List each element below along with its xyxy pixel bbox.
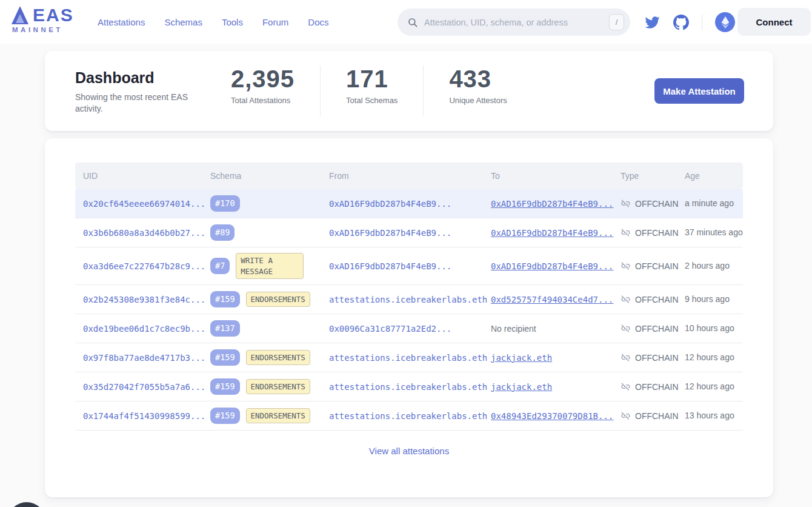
search-icon	[407, 17, 418, 28]
uid-link[interactable]: 0x97f8ba77ae8de4717b3...	[75, 353, 202, 363]
type-label: OFFCHAIN	[635, 411, 679, 421]
eas-logo[interactable]: EAS MAINNET	[11, 5, 84, 33]
schema-cell: #89	[202, 224, 321, 241]
type-cell: OFFCHAIN	[613, 261, 677, 271]
make-attestation-button[interactable]: Make Attestation	[654, 78, 744, 104]
offchain-broken-link-icon	[621, 381, 631, 392]
stat-label: Unique Attestors	[449, 96, 507, 105]
table-row: 0x3b6b680a8a3d46b0b27... #89 0xAD16F9dbD…	[75, 218, 743, 247]
to-link[interactable]: 0xAD16F9dbD287b4F4eB9...	[483, 199, 613, 209]
type-label: OFFCHAIN	[635, 261, 679, 271]
type-label: OFFCHAIN	[635, 295, 679, 304]
type-cell: OFFCHAIN	[613, 352, 677, 363]
uid-link[interactable]: 0xa3d6ee7c227647b28c9...	[75, 261, 202, 271]
attestations-table-card: UIDSchemaFromToTypeAge 0x20cf645eeee6697…	[45, 138, 773, 497]
type-label: OFFCHAIN	[635, 382, 679, 392]
age-cell: 10 hours ago	[677, 323, 744, 334]
stat-block: 433 Unique Attestors	[424, 65, 532, 105]
type-cell: OFFCHAIN	[613, 198, 677, 209]
age-cell: 12 hours ago	[677, 352, 744, 363]
from-link[interactable]: 0xAD16F9dbD287b4F4eB9...	[321, 199, 483, 209]
to-link[interactable]: 0xAD16F9dbD287b4F4eB9...	[483, 261, 613, 271]
offchain-broken-link-icon	[621, 411, 631, 421]
type-cell: OFFCHAIN	[613, 294, 677, 304]
schema-id-badge[interactable]: #137	[210, 320, 240, 337]
schema-name-badge[interactable]: ENDORSEMENTS	[246, 408, 310, 424]
age-cell: 37 minutes ago	[677, 227, 744, 238]
ethereum-network-icon[interactable]	[715, 12, 735, 32]
nav-link[interactable]: Attestations	[98, 17, 145, 27]
stat-block: 2,395 Total Attestations	[205, 65, 320, 105]
nav-link[interactable]: Forum	[262, 17, 288, 27]
nav-link[interactable]: Tools	[222, 17, 243, 27]
from-link[interactable]: attestations.icebreakerlabs.eth	[321, 295, 483, 304]
schema-id-badge[interactable]: #159	[210, 291, 240, 307]
column-header: To	[483, 171, 613, 181]
age-cell: 12 hours ago	[677, 381, 744, 392]
schema-cell: #159 ENDORSEMENTS	[202, 378, 321, 395]
uid-link[interactable]: 0xde19bee06d1c7c8ec9b...	[75, 324, 202, 334]
column-header: From	[321, 171, 483, 181]
stats-row: 2,395 Total Attestations 171 Total Schem…	[205, 65, 533, 116]
table-row: 0x1744af4f51430998599... #159 ENDORSEMEN…	[75, 401, 743, 431]
stat-label: Total Schemas	[346, 96, 398, 105]
schema-id-badge[interactable]: #89	[210, 224, 235, 241]
from-link[interactable]: 0x0096Ca31c87771a2Ed2...	[321, 324, 483, 334]
schema-id-badge[interactable]: #7	[210, 258, 230, 274]
uid-link[interactable]: 0x2b245308e9381f3e84c...	[75, 295, 202, 304]
nav-link[interactable]: Schemas	[164, 17, 202, 27]
view-all-attestations-link[interactable]: View all attestations	[348, 446, 470, 456]
offchain-broken-link-icon	[621, 198, 631, 209]
chat-widget-bubble[interactable]	[8, 502, 45, 507]
uid-link[interactable]: 0x1744af4f51430998599...	[75, 411, 202, 421]
nav-link[interactable]: Docs	[308, 17, 328, 27]
offchain-broken-link-icon	[621, 294, 631, 304]
table-row: 0xde19bee06d1c7c8ec9b... #137 0x0096Ca31…	[75, 314, 743, 343]
type-label: OFFCHAIN	[635, 199, 679, 209]
from-link[interactable]: attestations.icebreakerlabs.eth	[321, 411, 483, 421]
social-links	[644, 0, 735, 44]
connect-wallet-button[interactable]: Connect	[737, 8, 811, 36]
search-bar[interactable]: /	[398, 8, 630, 36]
schema-id-badge[interactable]: #170	[210, 195, 240, 212]
table-row: 0x2b245308e9381f3e84c... #159 ENDORSEMEN…	[75, 285, 743, 314]
eas-triangle-icon	[11, 5, 29, 25]
top-navigation-bar: EAS MAINNET AttestationsSchemasToolsForu…	[0, 0, 812, 44]
from-link[interactable]: attestations.icebreakerlabs.eth	[321, 382, 483, 392]
schema-cell: #7 WRITE A MESSAGE	[202, 253, 321, 279]
from-link[interactable]: 0xAD16F9dbD287b4F4eB9...	[321, 228, 483, 238]
to-link[interactable]: 0x48943Ed29370079D81B...	[483, 411, 613, 421]
schema-id-badge[interactable]: #159	[210, 378, 240, 395]
schema-id-badge[interactable]: #159	[210, 408, 240, 424]
to-link[interactable]: 0xAD16F9dbD287b4F4eB9...	[483, 228, 613, 238]
from-link[interactable]: attestations.icebreakerlabs.eth	[321, 353, 483, 363]
table-row: 0x97f8ba77ae8de4717b3... #159 ENDORSEMEN…	[75, 343, 743, 372]
twitter-icon[interactable]	[644, 15, 661, 30]
schema-name-badge[interactable]: ENDORSEMENTS	[246, 379, 310, 395]
schema-name-badge[interactable]: ENDORSEMENTS	[246, 292, 310, 307]
slash-shortcut-hint: /	[609, 14, 624, 30]
schema-cell: #159 ENDORSEMENTS	[202, 291, 321, 307]
github-icon[interactable]	[673, 15, 689, 30]
stat-value: 171	[346, 65, 398, 92]
uid-link[interactable]: 0x35d27042f7055b5a7a6...	[75, 382, 202, 392]
to-link[interactable]: jackjack.eth	[483, 382, 613, 392]
type-label: OFFCHAIN	[635, 353, 679, 363]
schema-name-badge[interactable]: ENDORSEMENTS	[246, 350, 310, 366]
from-link[interactable]: 0xAD16F9dbD287b4F4eB9...	[321, 261, 483, 271]
column-header: Schema	[202, 171, 321, 181]
uid-link[interactable]: 0x20cf645eeee66974014...	[75, 199, 202, 209]
uid-link[interactable]: 0x3b6b680a8a3d46b0b27...	[75, 228, 202, 238]
offchain-broken-link-icon	[621, 261, 631, 271]
to-link[interactable]: 0xd525757f494034Ce4d7...	[483, 295, 613, 304]
age-cell: 9 hours ago	[677, 294, 744, 305]
column-header: UID	[75, 171, 202, 181]
schema-name-badge[interactable]: WRITE A MESSAGE	[236, 253, 304, 279]
type-label: OFFCHAIN	[635, 324, 679, 334]
dashboard-summary-card: Dashboard Showing the most recent EAS ac…	[45, 51, 773, 131]
to-link[interactable]: No recipient	[483, 324, 613, 334]
to-link[interactable]: jackjack.eth	[483, 353, 613, 363]
search-input[interactable]	[424, 18, 609, 27]
schema-id-badge[interactable]: #159	[210, 349, 240, 366]
table-row: 0x20cf645eeee66974014... #170 0xAD16F9db…	[75, 189, 743, 218]
